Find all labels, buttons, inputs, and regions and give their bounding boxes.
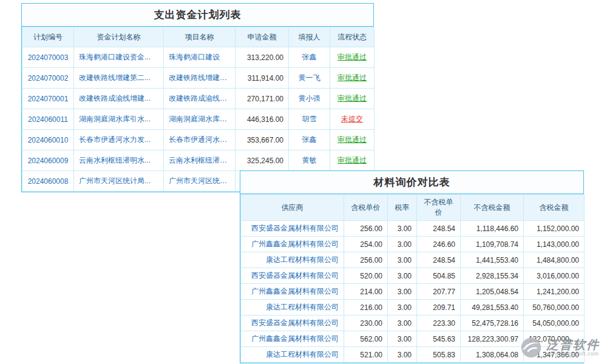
header-row: 供应商含税单价税率不含税单价不含税金额含税金额 <box>241 195 585 221</box>
cell-amount_notax: 49,281,553.40 <box>461 300 524 315</box>
cell-rate: 3.00 <box>388 268 417 284</box>
col-status: 流程状态 <box>330 27 375 47</box>
cell-price_notax: 504.85 <box>417 268 461 284</box>
cell-project[interactable]: 云南水利枢纽潜明... <box>164 150 236 171</box>
col-supplier: 供应商 <box>241 195 344 221</box>
cell-id[interactable]: 2024060009 <box>22 150 74 171</box>
cell-supplier[interactable]: 广州鑫鑫金属材料有限公司 <box>241 284 344 300</box>
cell-plan[interactable]: 改建铁路线增建第二... <box>74 68 164 89</box>
cell-amount: 270,171.00 <box>236 89 289 109</box>
quote-table-title: 材料询价对比表 <box>240 171 583 194</box>
cell-project[interactable]: 珠海鹤港口建设 <box>164 47 236 68</box>
col-amount: 申请金额 <box>236 27 289 47</box>
cell-amount_notax: 2,928,155.34 <box>461 268 524 284</box>
cell-rate: 3.00 <box>388 315 417 331</box>
watermark: 泛普软件 www.fanpusoft.com <box>520 336 600 359</box>
table-row: 西安盛器金属材料有限公司520.003.00504.852,928,155.34… <box>241 268 585 284</box>
cell-supplier[interactable]: 康达工程材料有限公司 <box>241 300 344 315</box>
cell-amount: 353,667.00 <box>236 130 289 150</box>
cell-project[interactable]: 改建铁路线增建第... <box>164 68 236 89</box>
col-price_tax: 含税单价 <box>344 195 388 221</box>
cell-amount_tax: 54,050,000.00 <box>524 315 585 331</box>
cell-price_tax: 520.00 <box>344 268 388 284</box>
cell-person[interactable]: 黄敏 <box>289 150 330 171</box>
cell-person[interactable]: 胡雪 <box>289 109 330 130</box>
table-row: 2024060010长春市伊通河水力发...长春市伊通河水力...353,667… <box>22 130 375 150</box>
watermark-brand: 泛普软件 <box>546 338 600 351</box>
cell-supplier[interactable]: 西安盛器金属材料有限公司 <box>241 221 344 237</box>
cell-price_tax: 254.00 <box>344 237 388 252</box>
cell-price_tax: 216.00 <box>344 300 388 315</box>
cell-status[interactable]: 审批通过 <box>330 150 375 171</box>
cell-supplier[interactable]: 西安盛器金属材料有限公司 <box>241 315 344 331</box>
cell-price_tax: 562.00 <box>344 331 388 347</box>
cell-rate: 3.00 <box>388 252 417 268</box>
table-row: 2024060011湖南洞庭湖水库引水...湖南洞庭湖水库引...446,316… <box>22 109 375 130</box>
cell-supplier[interactable]: 康达工程材料有限公司 <box>241 347 344 363</box>
cell-plan[interactable]: 湖南洞庭湖水库引水... <box>74 109 164 130</box>
cell-status[interactable]: 审批通过 <box>330 68 375 89</box>
cell-rate: 3.00 <box>388 221 417 237</box>
cell-project[interactable]: 改建铁路成渝线增... <box>164 89 236 109</box>
cell-amount_notax: 1,441,553.40 <box>461 252 524 268</box>
cell-id[interactable]: 2024060010 <box>22 130 74 150</box>
cell-rate: 3.00 <box>388 237 417 252</box>
cell-amount: 325,245.00 <box>236 150 289 171</box>
cell-project[interactable]: 广州市天河区统计... <box>164 171 236 192</box>
cell-price_notax: 246.60 <box>417 237 461 252</box>
cell-id[interactable]: 2024070002 <box>22 68 74 89</box>
cell-rate: 3.00 <box>388 284 417 300</box>
cell-status[interactable]: 审批通过 <box>330 89 375 109</box>
cell-id[interactable]: 2024060011 <box>22 109 74 130</box>
cell-amount_notax: 1,109,708.74 <box>461 237 524 252</box>
cell-status[interactable]: 审批通过 <box>330 130 375 150</box>
table-row: 广州鑫鑫金属材料有限公司254.003.00246.601,109,708.74… <box>241 237 585 252</box>
cell-price_notax: 545.63 <box>417 331 461 347</box>
cell-amount_tax: 1,241,200.00 <box>524 284 585 300</box>
cell-rate: 3.00 <box>388 331 417 347</box>
cell-plan[interactable]: 云南水利枢纽潜明水... <box>74 150 164 171</box>
col-amount_tax: 含税金额 <box>524 195 585 221</box>
cell-id[interactable]: 2024060008 <box>22 171 74 192</box>
cell-plan[interactable]: 改建铁路成渝线增建... <box>74 89 164 109</box>
cell-amount_notax: 52,475,728.16 <box>461 315 524 331</box>
cell-amount_notax: 1,308,064.08 <box>461 347 524 363</box>
cell-amount: 313,220.00 <box>236 47 289 68</box>
cell-price_notax: 209.71 <box>417 300 461 315</box>
table-row: 西安盛器金属材料有限公司256.003.00248.541,118,446.60… <box>241 221 585 237</box>
cell-person[interactable]: 黄一飞 <box>289 68 330 89</box>
cell-status[interactable]: 审批通过 <box>330 47 375 68</box>
cell-plan[interactable]: 广州市天河区统计局... <box>74 171 164 192</box>
col-rate: 税率 <box>388 195 417 221</box>
cell-rate: 3.00 <box>388 300 417 315</box>
cell-amount_notax: 128,223,300.97 <box>461 331 524 347</box>
cell-id[interactable]: 2024070003 <box>22 47 74 68</box>
col-plan: 资金计划名称 <box>74 27 164 47</box>
cell-project[interactable]: 湖南洞庭湖水库引... <box>164 109 236 130</box>
cell-price_tax: 521.00 <box>344 347 388 363</box>
cell-person[interactable]: 黄小强 <box>289 89 330 109</box>
col-price_notax: 不含税单价 <box>417 195 461 221</box>
cell-person[interactable]: 张鑫 <box>289 130 330 150</box>
cell-supplier[interactable]: 广州鑫鑫金属材料有限公司 <box>241 237 344 252</box>
cell-amount: 446,316.00 <box>236 109 289 130</box>
table-row: 康达工程材料有限公司256.003.00248.541,441,553.401,… <box>241 252 585 268</box>
cell-amount_tax: 50,760,000.00 <box>524 300 585 315</box>
col-person: 填报人 <box>289 27 330 47</box>
plan-table: 计划编号资金计划名称项目名称申请金额填报人流程状态2024070003珠海鹤港口… <box>22 27 375 192</box>
cell-supplier[interactable]: 西安盛器金属材料有限公司 <box>241 268 344 284</box>
cell-supplier[interactable]: 康达工程材料有限公司 <box>241 252 344 268</box>
cell-price_notax: 248.54 <box>417 221 461 237</box>
cell-plan[interactable]: 长春市伊通河水力发... <box>74 130 164 150</box>
table-row: 2024070001改建铁路成渝线增建...改建铁路成渝线增...270,171… <box>22 89 375 109</box>
cell-person[interactable]: 张鑫 <box>289 47 330 68</box>
cell-project[interactable]: 长春市伊通河水力... <box>164 130 236 150</box>
table-row: 广州鑫鑫金属材料有限公司214.003.00207.771,205,048.54… <box>241 284 585 300</box>
cell-price_tax: 230.00 <box>344 315 388 331</box>
cell-status[interactable]: 未提交 <box>330 109 375 130</box>
cell-plan[interactable]: 珠海鹤港口建设资金... <box>74 47 164 68</box>
cell-rate: 3.00 <box>388 347 417 363</box>
cell-price_notax: 248.54 <box>417 252 461 268</box>
cell-id[interactable]: 2024070001 <box>22 89 74 109</box>
cell-supplier[interactable]: 广州鑫鑫金属材料有限公司 <box>241 331 344 347</box>
